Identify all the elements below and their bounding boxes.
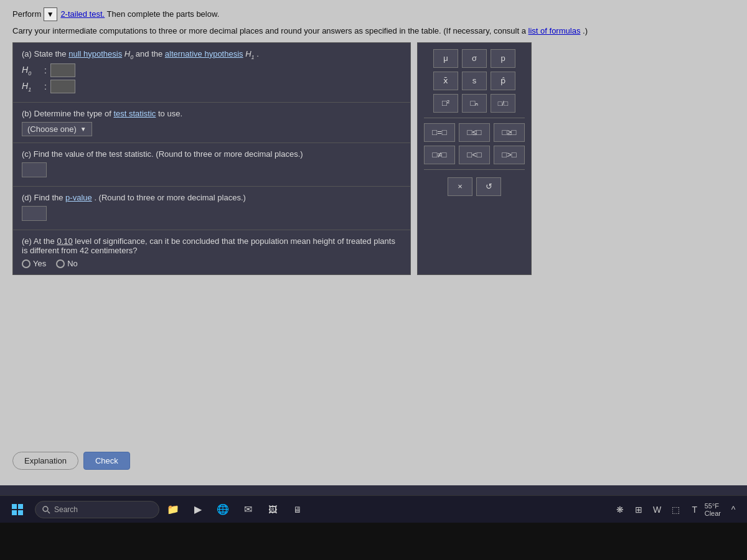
mu-button[interactable]: μ: [433, 49, 458, 68]
taskbar-mail-icon[interactable]: ✉: [237, 498, 259, 521]
dark-bottom-strip: [0, 523, 747, 560]
taskbar-globe-icon[interactable]: 🌐: [212, 498, 234, 521]
svg-rect-3: [18, 510, 23, 515]
bottom-buttons: Explanation Check: [12, 452, 130, 470]
word-icon[interactable]: W: [649, 501, 666, 518]
dropdown-arrow: ▼: [80, 126, 87, 133]
symbol-row-4: □=□ □≤□ □≥□: [424, 123, 525, 142]
symbol-row-5: □≠□ □<□ □>□: [424, 146, 525, 164]
formulas-link[interactable]: list of formulas: [529, 26, 581, 35]
s-button[interactable]: s: [462, 72, 487, 90]
svg-rect-2: [12, 510, 17, 515]
taskbar: Search 📁 ▶ 🌐 ✉ 🖼 🖥 ❋ ⊞ W ⬚ T 55°F Clear …: [0, 495, 747, 523]
symbol-divider-2: [424, 169, 525, 170]
p-button[interactable]: p: [491, 49, 515, 68]
svg-rect-0: [12, 504, 17, 509]
taskbar-media-icon[interactable]: ▶: [187, 498, 209, 521]
search-icon: [42, 505, 50, 514]
xbar-button[interactable]: x̄: [433, 72, 458, 90]
symbol-divider: [424, 118, 525, 118]
test-statistic-link[interactable]: test statistic: [113, 109, 156, 118]
h0-input[interactable]: [50, 63, 75, 77]
svg-line-5: [48, 511, 50, 513]
dropbox-icon[interactable]: ❋: [611, 501, 629, 518]
section-d-input-area: [22, 206, 402, 223]
test-statistic-input[interactable]: [22, 162, 47, 177]
instruction-perform: Perform ▼ 2-tailed test. Then complete t…: [12, 7, 735, 21]
search-label: Search: [54, 505, 78, 514]
weather-display: 55°F Clear: [705, 502, 721, 517]
perform-label: Perform: [12, 9, 41, 19]
instruction1: Then complete the parts below.: [107, 9, 220, 19]
p-value-input[interactable]: [22, 206, 47, 221]
no-radio[interactable]: [56, 259, 65, 268]
taskbar-search[interactable]: Search: [35, 501, 159, 518]
greater-button[interactable]: □>□: [494, 146, 525, 164]
subscript-button[interactable]: □ₙ: [462, 94, 487, 113]
section-e-label: (e) At the 0.10 level of significance, c…: [22, 236, 402, 255]
chevron-up-icon[interactable]: ^: [725, 501, 742, 518]
windows-icon: [12, 504, 23, 515]
section-c: (c) Find the value of the test statistic…: [13, 143, 410, 187]
start-button[interactable]: [5, 498, 30, 521]
close-button[interactable]: ×: [448, 177, 472, 196]
svg-rect-1: [18, 504, 23, 509]
symbol-row-2: x̄ s p̂: [424, 72, 525, 90]
section-d-label: (d) Find the p-value . (Round to three o…: [22, 193, 402, 202]
section-b: (b) Determine the type of test statistic…: [13, 103, 410, 143]
phat-button[interactable]: p̂: [491, 72, 515, 90]
no-option[interactable]: No: [56, 259, 78, 268]
square-button[interactable]: □²: [433, 94, 458, 113]
check-button[interactable]: Check: [83, 452, 130, 470]
question-panel: (a) State the null hypothesis H0 and the…: [12, 42, 411, 276]
alt-hypothesis-link[interactable]: alternative hypothesis: [165, 49, 243, 58]
h1-row: H1 :: [22, 80, 402, 93]
null-hypothesis-link[interactable]: null hypothesis: [68, 49, 122, 58]
symbol-panel: μ σ p x̄ s p̂ □² □ₙ □/□: [417, 42, 532, 276]
p-value-link[interactable]: p-value: [65, 193, 92, 202]
section-d: (d) Find the p-value . (Round to three o…: [13, 187, 410, 230]
section-c-label: (c) Find the value of the test statistic…: [22, 149, 402, 159]
section-a-label: (a) State the null hypothesis H0 and the…: [22, 49, 402, 60]
geq-button[interactable]: □≥□: [494, 123, 525, 142]
neq-button[interactable]: □≠□: [424, 146, 455, 164]
taskbar-icon-t[interactable]: T: [686, 501, 703, 518]
section-c-input-area: [22, 162, 402, 180]
sigma-button[interactable]: σ: [462, 49, 487, 68]
taskbar-file-icon[interactable]: 📁: [162, 498, 184, 521]
undo-button[interactable]: ↺: [476, 177, 501, 196]
explanation-button[interactable]: Explanation: [12, 452, 78, 470]
h0-row: H0 :: [22, 63, 402, 77]
instruction-carry: Carry your intermediate computations to …: [12, 25, 735, 37]
section-b-label: (b) Determine the type of test statistic…: [22, 109, 402, 118]
choose-dropdown-container: (Choose one) ▼: [22, 122, 402, 136]
settings-icon[interactable]: ⬚: [667, 501, 685, 518]
yes-no-group: Yes No: [22, 259, 402, 268]
section-e: (e) At the 0.10 level of significance, c…: [13, 230, 410, 274]
leq-button[interactable]: □≤□: [459, 123, 490, 142]
yes-option[interactable]: Yes: [22, 259, 46, 268]
yes-radio[interactable]: [22, 259, 31, 268]
svg-point-4: [43, 506, 48, 511]
action-row: × ↺: [424, 177, 525, 196]
taskbar-network-icon[interactable]: 🖥: [286, 498, 309, 521]
section-a: (a) State the null hypothesis H0 and the…: [13, 43, 410, 103]
dropdown-perform[interactable]: ▼: [44, 7, 57, 21]
monitor-icon[interactable]: ⊞: [630, 501, 647, 518]
fraction-button[interactable]: □/□: [491, 94, 515, 113]
test-type-dropdown[interactable]: (Choose one) ▼: [22, 122, 92, 136]
symbol-row-1: μ σ p: [424, 49, 525, 68]
h1-input[interactable]: [50, 80, 75, 93]
symbol-row-3: □² □ₙ □/□: [424, 94, 525, 113]
tail-test-link[interactable]: 2-tailed test.: [60, 9, 105, 19]
equals-button[interactable]: □=□: [424, 123, 455, 142]
taskbar-photos-icon[interactable]: 🖼: [261, 498, 284, 521]
less-button[interactable]: □<□: [459, 146, 490, 164]
system-tray: ❋ ⊞ W ⬚ T 55°F Clear ^: [611, 501, 742, 518]
